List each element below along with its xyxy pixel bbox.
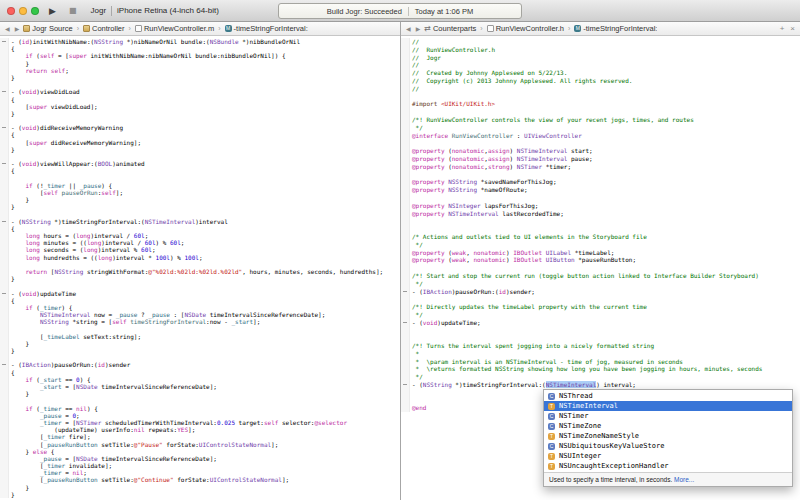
code-line[interactable]: /* Actions and outlets tied to UI elemen… bbox=[401, 233, 800, 241]
code-line[interactable]: - (IBAction)pauseOrRun:(id)sender bbox=[0, 361, 400, 368]
code-line[interactable]: [_timer invalidate]; bbox=[0, 462, 400, 469]
code-line[interactable]: // RunViewController.h bbox=[401, 46, 800, 54]
code-line[interactable]: - (void)updateTime bbox=[0, 290, 400, 297]
code-line[interactable]: * \param interval is an NSTimeInterval -… bbox=[401, 358, 800, 366]
code-line[interactable] bbox=[401, 93, 800, 101]
completion-item[interactable]: CNSUbiquitousKeyValueStore bbox=[544, 441, 792, 451]
code-line[interactable]: } bbox=[0, 484, 400, 491]
code-line[interactable]: } else { bbox=[0, 448, 400, 455]
code-line[interactable]: - (id)initWithNibName:(NSString *)nibNam… bbox=[0, 38, 400, 45]
code-line[interactable]: } bbox=[0, 196, 400, 203]
code-line[interactable] bbox=[401, 225, 800, 233]
code-line[interactable]: */ bbox=[401, 373, 800, 381]
code-line[interactable]: long hundredths = ((long)interval * 100l… bbox=[0, 254, 400, 261]
code-line[interactable]: @property (nonatomic,strong) NSTimer *ti… bbox=[401, 163, 800, 171]
code-line[interactable] bbox=[0, 175, 400, 182]
code-line[interactable] bbox=[401, 264, 800, 272]
code-line[interactable]: // Copyright (c) 2013 Johnny Appleseed. … bbox=[401, 77, 800, 85]
code-line[interactable] bbox=[401, 171, 800, 179]
minimize-window-button[interactable] bbox=[19, 7, 27, 15]
jump-bar-item[interactable]: M-timeStringForInterval: bbox=[574, 24, 657, 33]
code-line[interactable]: } bbox=[0, 491, 400, 498]
code-line[interactable] bbox=[0, 261, 400, 268]
code-line[interactable]: @property (nonatomic,assign) NSTimeInter… bbox=[401, 155, 800, 163]
code-line[interactable]: _timer = [NSTimer scheduledTimerWithTime… bbox=[0, 419, 400, 426]
code-line[interactable]: if (_timer == nil) { bbox=[0, 405, 400, 412]
code-line[interactable]: - (NSString *)timeStringForInterval:(NST… bbox=[0, 218, 400, 225]
code-line[interactable]: @property NSString *savedNameForThisJog; bbox=[401, 178, 800, 186]
forward-button[interactable]: ▶ bbox=[14, 25, 21, 32]
code-line[interactable]: [super viewDidLoad]; bbox=[0, 103, 400, 110]
code-line[interactable]: [_pauseRunButton setTitle:@"Continue" fo… bbox=[0, 476, 400, 483]
code-line[interactable] bbox=[0, 354, 400, 361]
code-line[interactable]: */ bbox=[401, 124, 800, 132]
zoom-window-button[interactable] bbox=[31, 7, 39, 15]
code-line[interactable] bbox=[401, 334, 800, 342]
code-line[interactable]: _pause = [NSDate timeIntervalSinceRefere… bbox=[0, 455, 400, 462]
code-line[interactable] bbox=[0, 397, 400, 404]
left-code[interactable]: - (id)initWithNibName:(NSString *)nibNam… bbox=[0, 36, 400, 500]
completion-item[interactable]: TNSUncaughtExceptionHandler bbox=[544, 461, 792, 471]
code-line[interactable]: _start = [NSDate timeIntervalSinceRefere… bbox=[0, 383, 400, 390]
code-line[interactable]: } bbox=[0, 74, 400, 81]
code-line[interactable] bbox=[401, 217, 800, 225]
code-line[interactable]: { bbox=[0, 297, 400, 304]
jump-bar-item[interactable]: RunViewController.h bbox=[487, 24, 564, 33]
code-line[interactable]: @property NSInteger lapsForThisJog; bbox=[401, 202, 800, 210]
code-line[interactable]: } bbox=[0, 390, 400, 397]
code-line[interactable]: /*! RunViewController controls the view … bbox=[401, 116, 800, 124]
code-line[interactable] bbox=[401, 326, 800, 334]
code-line[interactable] bbox=[0, 211, 400, 218]
forward-button[interactable]: ▶ bbox=[415, 25, 422, 32]
code-line[interactable]: - (void)didReceiveMemoryWarning bbox=[0, 124, 400, 131]
code-line[interactable]: */ bbox=[401, 311, 800, 319]
code-line[interactable]: #import <UIKit/UIKit.h> bbox=[401, 100, 800, 108]
code-line[interactable]: // Created by Johnny Appleseed on 5/22/1… bbox=[401, 69, 800, 77]
code-line[interactable]: @property NSString *nameOfRoute; bbox=[401, 186, 800, 194]
code-line[interactable]: [super didReceiveMemoryWarning]; bbox=[0, 139, 400, 146]
code-line[interactable] bbox=[0, 326, 400, 333]
code-line[interactable]: [_pauseRunButton setTitle:@"Pause" forSt… bbox=[0, 441, 400, 448]
completion-item[interactable]: TNSTimeInterval bbox=[544, 401, 792, 411]
code-line[interactable]: } bbox=[0, 60, 400, 67]
code-line[interactable]: long minutes = ((long)interval / 60l) % … bbox=[0, 239, 400, 246]
stop-button[interactable]: ■ bbox=[66, 1, 80, 21]
code-line[interactable]: } bbox=[0, 340, 400, 347]
completion-item[interactable]: CNSThread bbox=[544, 391, 792, 401]
code-line[interactable]: } bbox=[0, 146, 400, 153]
completion-item[interactable]: TNSTimeZoneNameStyle bbox=[544, 431, 792, 441]
code-line[interactable]: - (NSString *)timeStringForInterval:(NST… bbox=[401, 381, 800, 389]
code-line[interactable]: /*! Start and stop the current run (togg… bbox=[401, 272, 800, 280]
jump-bar-item[interactable]: Controller bbox=[83, 24, 125, 33]
back-button[interactable]: ◀ bbox=[405, 25, 412, 32]
run-button[interactable]: ▶ bbox=[46, 1, 59, 21]
code-line[interactable]: { bbox=[0, 96, 400, 103]
code-line[interactable]: */ bbox=[401, 280, 800, 288]
code-line[interactable]: { bbox=[0, 369, 400, 376]
code-line[interactable]: if (self = [super initWithNibName:nibNam… bbox=[0, 52, 400, 59]
code-line[interactable]: long hours = (long)interval / 60l; bbox=[0, 232, 400, 239]
code-line[interactable]: */ bbox=[401, 241, 800, 249]
jump-bar-item[interactable]: ⇄Counterparts bbox=[424, 24, 476, 33]
code-line[interactable]: _pause = 0; bbox=[0, 412, 400, 419]
back-button[interactable]: ◀ bbox=[4, 25, 11, 32]
jump-bar-item[interactable]: Jogr Source bbox=[23, 24, 72, 33]
scheme-selector[interactable]: Jogr iPhone Retina (4-inch 64-bit) bbox=[90, 6, 218, 16]
code-line[interactable]: @property (nonatomic,assign) NSTimeInter… bbox=[401, 147, 800, 155]
code-line[interactable] bbox=[401, 139, 800, 147]
close-assistant-button[interactable]: × bbox=[789, 24, 796, 33]
code-line[interactable]: - (IBAction)pauseOrRun:(id)sender; bbox=[401, 288, 800, 296]
code-line[interactable]: { bbox=[0, 167, 400, 174]
code-line[interactable] bbox=[401, 108, 800, 116]
code-line[interactable]: /*! Turns the interval spent jogging int… bbox=[401, 342, 800, 350]
code-line[interactable]: } bbox=[0, 347, 400, 354]
code-line[interactable]: } bbox=[0, 110, 400, 117]
code-line[interactable]: NSTimeInterval now = _pause ? _pause : [… bbox=[0, 311, 400, 318]
code-line[interactable] bbox=[0, 117, 400, 124]
code-line[interactable] bbox=[0, 282, 400, 289]
add-assistant-button[interactable]: + bbox=[779, 24, 786, 33]
completion-item[interactable]: CNSTimer bbox=[544, 411, 792, 421]
code-line[interactable]: } bbox=[0, 203, 400, 210]
code-line[interactable] bbox=[0, 81, 400, 88]
code-line[interactable]: /*! Directly updates the timeLabel prope… bbox=[401, 303, 800, 311]
